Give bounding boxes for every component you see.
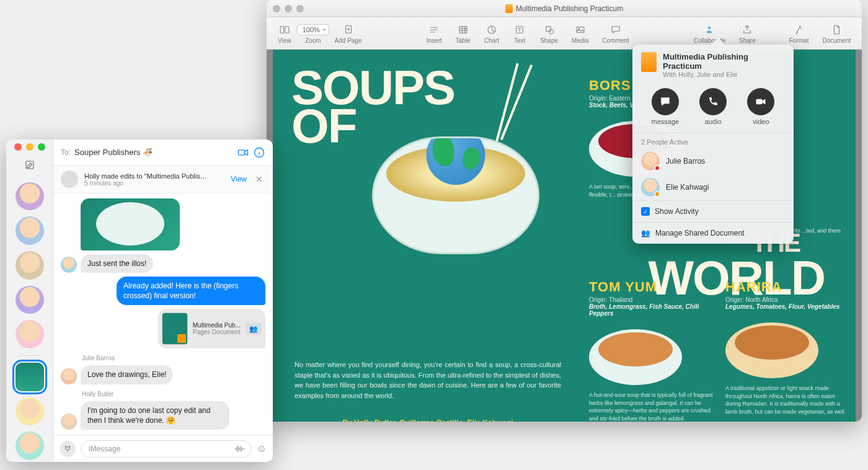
video-icon bbox=[747, 88, 774, 115]
avatar-icon bbox=[61, 414, 77, 430]
conversation-item-selected[interactable] bbox=[16, 363, 44, 391]
collab-subtitle: With Holly, Julie and Elie bbox=[663, 71, 785, 78]
soup-harira: HARIRA Origin: North Africa Legumes, Tom… bbox=[725, 279, 849, 415]
maximize-window-icon[interactable] bbox=[296, 5, 304, 12]
hero-illustration bbox=[353, 93, 558, 254]
svg-point-10 bbox=[708, 26, 711, 29]
avatar-icon bbox=[641, 178, 660, 197]
close-window-icon[interactable] bbox=[14, 143, 22, 151]
attachment-thumbnail-icon bbox=[162, 313, 188, 345]
svg-rect-3 bbox=[459, 26, 467, 33]
facetime-video-icon[interactable] bbox=[237, 146, 249, 159]
conversation-item[interactable] bbox=[16, 251, 44, 280]
people-icon: 👥 bbox=[641, 229, 650, 237]
collaboration-banner: Holly made edits to "Multimedia Publish.… bbox=[53, 166, 273, 193]
text-button[interactable]: Text bbox=[507, 22, 533, 45]
shape-button[interactable]: Shape bbox=[534, 22, 564, 45]
svg-rect-6 bbox=[546, 26, 551, 31]
pages-doc-icon bbox=[505, 4, 513, 13]
chart-button[interactable]: Chart bbox=[478, 22, 505, 45]
zoom-control[interactable]: 100% Zoom bbox=[299, 22, 327, 45]
checkbox-checked-icon: ✓ bbox=[641, 207, 650, 216]
svg-rect-13 bbox=[239, 149, 245, 154]
show-activity-toggle[interactable]: ✓ Show Activity bbox=[632, 200, 794, 222]
banner-time: 5 minutes ago bbox=[84, 180, 224, 187]
conversation-header: To: Souper Publishers 🍜 bbox=[53, 140, 273, 166]
byline: By Holly Butler, Guillermo Castillo, Eli… bbox=[294, 419, 561, 422]
sender-label: Holly Butler bbox=[82, 391, 265, 397]
audio-button[interactable]: audio bbox=[699, 88, 727, 125]
minimize-window-icon[interactable] bbox=[26, 143, 33, 151]
avatar-icon bbox=[641, 152, 660, 171]
message-bubble-in: Just sent the illos! bbox=[81, 254, 153, 273]
svg-rect-0 bbox=[280, 26, 283, 33]
message-thread[interactable]: Just sent the illos! Already added! Here… bbox=[53, 193, 273, 435]
message-bubble-out: Already added! Here is the (fingers cros… bbox=[117, 277, 265, 305]
avatar-icon bbox=[61, 257, 77, 273]
audio-message-icon[interactable] bbox=[234, 444, 246, 454]
active-people-label: 2 People Active bbox=[632, 133, 794, 148]
collaborate-button[interactable]: Collaborate bbox=[688, 22, 732, 45]
intro-text: No matter where you find yourself dining… bbox=[294, 360, 561, 401]
apps-button[interactable] bbox=[60, 441, 76, 457]
message-image[interactable] bbox=[81, 198, 180, 251]
phone-icon bbox=[699, 88, 727, 115]
insert-button[interactable]: Insert bbox=[420, 22, 448, 45]
format-button[interactable]: Format bbox=[783, 22, 815, 45]
svg-rect-8 bbox=[577, 27, 584, 32]
table-button[interactable]: Table bbox=[450, 22, 477, 45]
conversation-item[interactable] bbox=[16, 397, 44, 426]
soup-tomyum: TOM YUM Origin: Thailand Broth, Lemongra… bbox=[589, 279, 713, 422]
video-button[interactable]: video bbox=[747, 88, 774, 125]
messages-sidebar bbox=[6, 140, 53, 462]
messages-main: To: Souper Publishers 🍜 Holly made edits… bbox=[53, 140, 273, 462]
document-thumbnail-icon bbox=[641, 52, 657, 72]
svg-rect-11 bbox=[756, 99, 763, 104]
sidebar-divider bbox=[17, 355, 42, 356]
sender-label: Julie Barros bbox=[82, 355, 265, 361]
comment-button[interactable]: Comment bbox=[596, 22, 635, 45]
banner-title: Holly made edits to "Multimedia Publish.… bbox=[84, 172, 208, 180]
conversation-name: Souper Publishers 🍜 bbox=[74, 148, 233, 157]
message-button[interactable]: message bbox=[652, 88, 680, 125]
emoji-picker-icon[interactable]: ☺ bbox=[257, 443, 267, 454]
collab-title: Multimedia Publishing Practicum bbox=[663, 52, 785, 71]
conversation-item[interactable] bbox=[16, 320, 44, 348]
document-title: Multimedia Publishing Practicum bbox=[505, 4, 623, 13]
banner-close-icon[interactable]: ✕ bbox=[253, 174, 265, 184]
media-button[interactable]: Media bbox=[565, 22, 595, 45]
minimize-window-icon[interactable] bbox=[285, 5, 292, 12]
collaborator-elie[interactable]: Elie Kahwagi bbox=[632, 174, 794, 200]
share-button[interactable]: Share bbox=[733, 22, 762, 45]
conversation-item[interactable] bbox=[16, 286, 44, 314]
window-controls[interactable] bbox=[14, 143, 45, 151]
manage-shared-button[interactable]: 👥 Manage Shared Document bbox=[632, 222, 794, 244]
avatar-icon bbox=[61, 171, 78, 188]
pages-titlebar[interactable]: Multimedia Publishing Practicum bbox=[267, 0, 862, 17]
message-input[interactable]: iMessage bbox=[81, 440, 252, 458]
avatar-icon bbox=[61, 368, 77, 384]
messages-window: To: Souper Publishers 🍜 Holly made edits… bbox=[6, 140, 273, 462]
message-input-row: iMessage ☺ bbox=[53, 435, 273, 462]
svg-rect-1 bbox=[285, 26, 289, 33]
conversation-item[interactable] bbox=[16, 182, 44, 211]
to-label: To: bbox=[61, 148, 71, 157]
message-bubble-in: Love the drawings, Elie! bbox=[81, 365, 173, 384]
collaboration-popover: Multimedia Publishing Practicum With Hol… bbox=[632, 45, 794, 244]
document-attachment[interactable]: Multimedia Pub... Pages Document 👥 bbox=[158, 309, 265, 348]
view-button[interactable]: View bbox=[272, 22, 298, 45]
info-icon[interactable] bbox=[253, 146, 265, 159]
add-page-button[interactable]: Add Page bbox=[329, 22, 368, 45]
shared-people-icon[interactable]: 👥 bbox=[246, 322, 262, 335]
message-bubble-in: I'm going to do one last copy edit and t… bbox=[81, 401, 229, 430]
compose-button[interactable] bbox=[23, 158, 37, 172]
conversation-item[interactable] bbox=[16, 216, 44, 245]
banner-view-button[interactable]: View bbox=[231, 175, 247, 184]
message-icon bbox=[652, 88, 679, 115]
conversation-item[interactable] bbox=[16, 432, 44, 460]
close-window-icon[interactable] bbox=[273, 5, 280, 12]
document-button[interactable]: Document bbox=[816, 22, 857, 45]
collaborator-julie[interactable]: Julie Barros bbox=[632, 148, 794, 174]
maximize-window-icon[interactable] bbox=[38, 143, 45, 151]
window-controls[interactable] bbox=[273, 5, 304, 12]
